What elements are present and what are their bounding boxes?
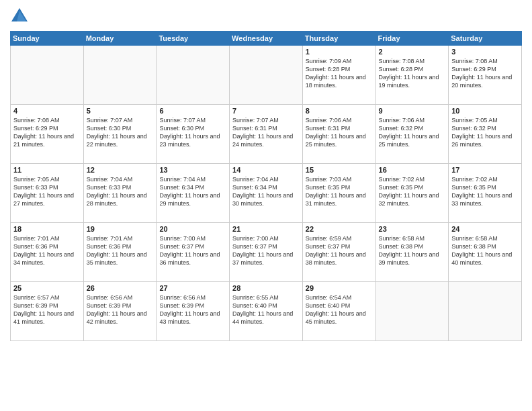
day-info: Sunrise: 7:07 AM Sunset: 6:31 PM Dayligh…: [232, 116, 300, 149]
day-cell: 4Sunrise: 7:08 AM Sunset: 6:29 PM Daylig…: [11, 105, 84, 164]
day-cell: 23Sunrise: 6:58 AM Sunset: 6:38 PM Dayli…: [375, 223, 449, 282]
day-info: Sunrise: 7:01 AM Sunset: 6:36 PM Dayligh…: [87, 234, 154, 267]
day-info: Sunrise: 7:05 AM Sunset: 6:33 PM Dayligh…: [13, 175, 81, 208]
day-cell: 22Sunrise: 6:59 AM Sunset: 6:37 PM Dayli…: [302, 223, 375, 282]
day-number: 21: [232, 225, 300, 233]
col-header-sunday: Sunday: [11, 32, 84, 46]
day-info: Sunrise: 6:56 AM Sunset: 6:39 PM Dayligh…: [159, 293, 226, 326]
day-number: 19: [87, 225, 154, 233]
day-cell: 17Sunrise: 7:02 AM Sunset: 6:35 PM Dayli…: [449, 164, 522, 223]
col-header-thursday: Thursday: [302, 32, 375, 46]
day-cell: [449, 282, 522, 341]
day-number: 24: [451, 225, 519, 233]
day-cell: 6Sunrise: 7:07 AM Sunset: 6:30 PM Daylig…: [157, 105, 230, 164]
day-cell: 3Sunrise: 7:08 AM Sunset: 6:29 PM Daylig…: [449, 46, 522, 105]
day-info: Sunrise: 7:00 AM Sunset: 6:37 PM Dayligh…: [232, 234, 300, 267]
day-info: Sunrise: 6:57 AM Sunset: 6:39 PM Dayligh…: [13, 293, 81, 326]
day-number: 16: [379, 166, 446, 174]
day-cell: 19Sunrise: 7:01 AM Sunset: 6:36 PM Dayli…: [83, 223, 157, 282]
day-cell: [157, 46, 230, 105]
col-header-wednesday: Wednesday: [230, 32, 303, 46]
week-row-0: 1Sunrise: 7:09 AM Sunset: 6:28 PM Daylig…: [11, 46, 522, 105]
day-cell: [83, 46, 157, 105]
day-number: 23: [379, 225, 446, 233]
day-number: 9: [379, 107, 446, 115]
day-cell: [375, 282, 449, 341]
day-cell: 15Sunrise: 7:03 AM Sunset: 6:35 PM Dayli…: [302, 164, 375, 223]
day-info: Sunrise: 7:05 AM Sunset: 6:32 PM Dayligh…: [451, 116, 519, 149]
day-cell: 20Sunrise: 7:00 AM Sunset: 6:37 PM Dayli…: [157, 223, 230, 282]
day-info: Sunrise: 7:03 AM Sunset: 6:35 PM Dayligh…: [306, 175, 373, 208]
day-info: Sunrise: 7:02 AM Sunset: 6:35 PM Dayligh…: [451, 175, 519, 208]
day-number: 7: [232, 107, 300, 115]
col-header-tuesday: Tuesday: [157, 32, 230, 46]
week-row-3: 18Sunrise: 7:01 AM Sunset: 6:36 PM Dayli…: [11, 223, 522, 282]
col-header-monday: Monday: [83, 32, 157, 46]
day-cell: 14Sunrise: 7:04 AM Sunset: 6:34 PM Dayli…: [230, 164, 303, 223]
day-number: 11: [13, 166, 81, 174]
day-cell: 18Sunrise: 7:01 AM Sunset: 6:36 PM Dayli…: [11, 223, 84, 282]
day-number: 6: [159, 107, 226, 115]
day-cell: 25Sunrise: 6:57 AM Sunset: 6:39 PM Dayli…: [11, 282, 84, 341]
day-info: Sunrise: 7:07 AM Sunset: 6:30 PM Dayligh…: [87, 116, 154, 149]
day-number: 8: [306, 107, 373, 115]
day-number: 4: [13, 107, 81, 115]
day-info: Sunrise: 6:55 AM Sunset: 6:40 PM Dayligh…: [232, 293, 300, 326]
day-info: Sunrise: 7:00 AM Sunset: 6:37 PM Dayligh…: [159, 234, 226, 267]
day-number: 10: [451, 107, 519, 115]
day-cell: 9Sunrise: 7:06 AM Sunset: 6:32 PM Daylig…: [375, 105, 449, 164]
day-number: 14: [232, 166, 300, 174]
day-cell: 28Sunrise: 6:55 AM Sunset: 6:40 PM Dayli…: [230, 282, 303, 341]
day-cell: 1Sunrise: 7:09 AM Sunset: 6:28 PM Daylig…: [302, 46, 375, 105]
day-number: 18: [13, 225, 81, 233]
day-cell: [11, 46, 84, 105]
page: SundayMondayTuesdayWednesdayThursdayFrid…: [0, 0, 532, 411]
day-number: 17: [451, 166, 519, 174]
day-info: Sunrise: 7:07 AM Sunset: 6:30 PM Dayligh…: [159, 116, 226, 149]
day-info: Sunrise: 7:04 AM Sunset: 6:34 PM Dayligh…: [232, 175, 300, 208]
logo-icon: [10, 7, 29, 26]
day-cell: 24Sunrise: 6:58 AM Sunset: 6:38 PM Dayli…: [449, 223, 522, 282]
day-cell: 27Sunrise: 6:56 AM Sunset: 6:39 PM Dayli…: [157, 282, 230, 341]
day-info: Sunrise: 7:06 AM Sunset: 6:32 PM Dayligh…: [379, 116, 446, 149]
day-cell: 21Sunrise: 7:00 AM Sunset: 6:37 PM Dayli…: [230, 223, 303, 282]
day-info: Sunrise: 7:02 AM Sunset: 6:35 PM Dayligh…: [379, 175, 446, 208]
day-number: 12: [87, 166, 154, 174]
week-row-4: 25Sunrise: 6:57 AM Sunset: 6:39 PM Dayli…: [11, 282, 522, 341]
day-info: Sunrise: 6:56 AM Sunset: 6:39 PM Dayligh…: [87, 293, 154, 326]
day-number: 13: [159, 166, 226, 174]
day-info: Sunrise: 7:08 AM Sunset: 6:28 PM Dayligh…: [379, 57, 446, 90]
day-number: 15: [306, 166, 373, 174]
day-number: 28: [232, 284, 300, 292]
day-info: Sunrise: 7:08 AM Sunset: 6:29 PM Dayligh…: [13, 116, 81, 149]
day-number: 3: [451, 48, 519, 56]
day-number: 2: [379, 48, 446, 56]
day-cell: 8Sunrise: 7:06 AM Sunset: 6:31 PM Daylig…: [302, 105, 375, 164]
day-info: Sunrise: 7:08 AM Sunset: 6:29 PM Dayligh…: [451, 57, 519, 90]
col-header-friday: Friday: [375, 32, 449, 46]
day-number: 27: [159, 284, 226, 292]
day-info: Sunrise: 6:54 AM Sunset: 6:40 PM Dayligh…: [306, 293, 373, 326]
day-cell: 29Sunrise: 6:54 AM Sunset: 6:40 PM Dayli…: [302, 282, 375, 341]
day-info: Sunrise: 7:04 AM Sunset: 6:34 PM Dayligh…: [159, 175, 226, 208]
calendar-header-row: SundayMondayTuesdayWednesdayThursdayFrid…: [11, 32, 522, 46]
day-cell: 2Sunrise: 7:08 AM Sunset: 6:28 PM Daylig…: [375, 46, 449, 105]
day-info: Sunrise: 7:04 AM Sunset: 6:33 PM Dayligh…: [87, 175, 154, 208]
day-cell: 10Sunrise: 7:05 AM Sunset: 6:32 PM Dayli…: [449, 105, 522, 164]
day-info: Sunrise: 7:09 AM Sunset: 6:28 PM Dayligh…: [306, 57, 373, 90]
day-number: 22: [306, 225, 373, 233]
day-cell: 26Sunrise: 6:56 AM Sunset: 6:39 PM Dayli…: [83, 282, 157, 341]
day-info: Sunrise: 7:06 AM Sunset: 6:31 PM Dayligh…: [306, 116, 373, 149]
day-cell: [230, 46, 303, 105]
calendar: SundayMondayTuesdayWednesdayThursdayFrid…: [10, 31, 522, 341]
day-number: 29: [306, 284, 373, 292]
day-cell: 12Sunrise: 7:04 AM Sunset: 6:33 PM Dayli…: [83, 164, 157, 223]
day-number: 1: [306, 48, 373, 56]
week-row-2: 11Sunrise: 7:05 AM Sunset: 6:33 PM Dayli…: [11, 164, 522, 223]
logo: [10, 7, 32, 26]
day-info: Sunrise: 7:01 AM Sunset: 6:36 PM Dayligh…: [13, 234, 81, 267]
day-info: Sunrise: 6:58 AM Sunset: 6:38 PM Dayligh…: [379, 234, 446, 267]
day-cell: 5Sunrise: 7:07 AM Sunset: 6:30 PM Daylig…: [83, 105, 157, 164]
day-number: 5: [87, 107, 154, 115]
day-number: 25: [13, 284, 81, 292]
